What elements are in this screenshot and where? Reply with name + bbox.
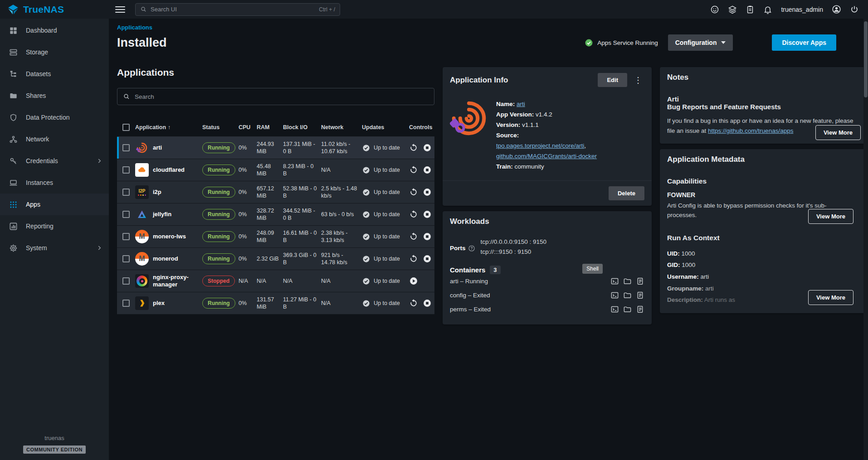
edition-badge: COMMUNITY EDITION (23, 445, 86, 454)
container-volumes-folder-icon[interactable] (623, 291, 632, 300)
sidebar-item-label: Storage (26, 48, 48, 56)
restart-button[interactable] (409, 299, 418, 308)
tasks-clipboard-icon[interactable] (746, 5, 755, 14)
container-shell-icon[interactable] (610, 305, 619, 314)
column-header-block-io[interactable]: Block I/O (283, 124, 321, 131)
notes-issues-link[interactable]: https://github.com/truenas/apps (708, 127, 793, 134)
table-row-plex[interactable]: plex Running 0% 131.57 MiB 11.27 MiB - 0… (117, 292, 434, 315)
table-row-cloudflared[interactable]: cloudflared Running 0% 45.48 MiB 8.23 Mi… (117, 159, 434, 181)
user-avatar-icon[interactable] (832, 5, 841, 14)
sidebar-item-datasets[interactable]: Datasets (0, 63, 109, 85)
row-checkbox[interactable] (122, 211, 130, 218)
apps-search-input[interactable] (135, 93, 429, 100)
table-row-monerod[interactable]: M monerod Running 0% 2.32 GiB 369.3 GiB … (117, 248, 434, 270)
block-io-value: 344.52 MiB - 0 B (283, 207, 321, 222)
start-button[interactable] (409, 276, 418, 286)
table-row-monero-lws[interactable]: M monero-lws Running 0% 248.09 MiB 16.61… (117, 226, 434, 248)
container-logs-icon[interactable] (636, 305, 644, 314)
column-header-network[interactable]: Network (321, 124, 362, 131)
edit-button[interactable]: Edit (598, 73, 627, 87)
sidebar-item-storage[interactable]: Storage (0, 41, 109, 63)
global-search[interactable]: Ctrl + / (135, 3, 340, 16)
menu-toggle-icon[interactable] (115, 5, 125, 15)
row-checkbox[interactable] (122, 255, 130, 262)
stop-button[interactable] (423, 299, 432, 308)
configuration-button-label: Configuration (675, 39, 717, 46)
port-mapping: tcp://:::9150 : 9150 (481, 248, 547, 255)
sidebar-item-network[interactable]: Network (0, 128, 109, 150)
sidebar-item-dashboard[interactable]: Dashboard (0, 19, 109, 41)
restart-button[interactable] (409, 210, 418, 219)
restart-button[interactable] (409, 232, 418, 241)
stop-button[interactable] (423, 210, 432, 219)
row-checkbox[interactable] (122, 300, 130, 307)
restart-button[interactable] (409, 165, 418, 174)
column-header-cpu[interactable]: CPU (239, 124, 257, 131)
run-as-view-more-button[interactable]: View More (808, 290, 853, 305)
capabilities-view-more-button[interactable]: View More (808, 209, 853, 224)
notes-view-more-button[interactable]: View More (815, 125, 861, 140)
jobs-layers-icon[interactable] (728, 5, 737, 14)
network-value: 11.02 kb/s - 10.67 kb/s (321, 140, 362, 155)
restart-button[interactable] (409, 254, 418, 263)
discover-apps-button[interactable]: Discover Apps (772, 34, 836, 51)
apps-search[interactable] (117, 88, 434, 105)
breadcrumb[interactable]: Applications (117, 24, 868, 31)
configuration-button[interactable]: Configuration (668, 34, 733, 51)
container-logs-icon[interactable] (636, 291, 644, 300)
sidebar-item-reporting[interactable]: Reporting (0, 215, 109, 237)
container-shell-icon[interactable] (610, 291, 619, 300)
network-value: 2.5 kb/s - 1.48 kb/s (321, 185, 362, 200)
table-row-nginx-proxy-manager[interactable]: nginx-proxy-manager Stopped N/A N/A N/A … (117, 270, 434, 292)
sidebar-item-system[interactable]: System (0, 237, 109, 259)
table-row-i2p[interactable]: I2P i2p Running 0% 657.12 MiB 52.38 MiB … (117, 181, 434, 203)
search-icon (123, 93, 130, 100)
truenas-logo[interactable]: TrueNAS (0, 4, 109, 15)
sidebar: Dashboard Storage Datasets Shares Data P… (0, 19, 109, 460)
stop-button[interactable] (423, 254, 432, 263)
stop-button[interactable] (423, 232, 432, 241)
feedback-smiley-icon[interactable] (710, 5, 719, 14)
app-name-link[interactable]: arti (517, 101, 525, 107)
notifications-bell-icon[interactable] (763, 5, 772, 14)
delete-button[interactable]: Delete (609, 186, 644, 200)
container-shell-icon[interactable] (610, 277, 619, 286)
stop-button[interactable] (423, 188, 432, 197)
source-link[interactable]: github.com/MAGICGrants/arti-docker (496, 153, 597, 160)
plex-app-icon (135, 296, 149, 310)
column-header-updates[interactable]: Updates (362, 124, 409, 131)
column-header-ram[interactable]: RAM (257, 124, 283, 131)
row-checkbox[interactable] (122, 166, 130, 174)
network-value: N/A (321, 300, 362, 307)
global-search-input[interactable] (151, 6, 315, 13)
stop-button[interactable] (423, 165, 432, 174)
sidebar-item-data-protection[interactable]: Data Protection (0, 107, 109, 128)
restart-button[interactable] (409, 143, 418, 152)
status-badge: Running (202, 253, 235, 264)
sidebar-item-apps[interactable]: Apps (0, 194, 109, 215)
row-checkbox[interactable] (122, 277, 130, 285)
container-logs-icon[interactable] (636, 277, 644, 286)
power-icon[interactable] (850, 5, 859, 14)
column-header-application[interactable]: Application↑ (135, 124, 202, 131)
application-info-title: Application Info (450, 76, 508, 85)
source-link[interactable]: tpo.pages.torproject.net/core/arti (496, 142, 584, 149)
row-checkbox[interactable] (122, 144, 130, 151)
row-checkbox[interactable] (122, 189, 130, 196)
sidebar-item-credentials[interactable]: Credentials (0, 150, 109, 172)
stop-button[interactable] (423, 143, 432, 152)
table-row-arti[interactable]: arti Running 0% 244.93 MiB 137.31 MiB - … (117, 137, 434, 159)
container-volumes-folder-icon[interactable] (623, 277, 632, 286)
help-icon[interactable] (468, 245, 475, 252)
row-checkbox[interactable] (122, 233, 130, 240)
scrollbar-thumb[interactable] (864, 21, 868, 97)
select-all-checkbox[interactable] (122, 124, 130, 131)
restart-button[interactable] (409, 188, 418, 197)
kebab-menu-icon[interactable]: ⋮ (632, 75, 644, 85)
brand-text: TrueNAS (23, 4, 64, 15)
sidebar-item-shares[interactable]: Shares (0, 85, 109, 107)
table-row-jellyfin[interactable]: jellyfin Running 0% 328.72 MiB 344.52 Mi… (117, 203, 434, 226)
column-header-status[interactable]: Status (202, 124, 239, 131)
sidebar-item-instances[interactable]: Instances (0, 172, 109, 194)
container-volumes-folder-icon[interactable] (623, 305, 632, 314)
